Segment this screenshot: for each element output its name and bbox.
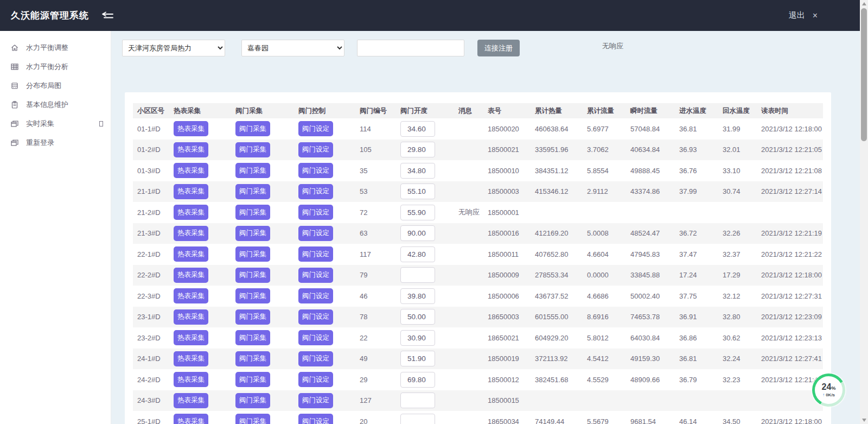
valve-opening-input[interactable] (400, 309, 435, 325)
heat-meter-read-button[interactable]: 热表采集 (174, 288, 208, 303)
valve-opening-input[interactable] (400, 163, 435, 179)
valve-opening-input[interactable] (400, 183, 435, 199)
valve-set-button[interactable]: 阀门设定 (298, 393, 333, 408)
vertical-scrollbar[interactable] (860, 0, 868, 424)
heat-meter-read-button[interactable]: 热表采集 (174, 226, 208, 241)
valve-set-button[interactable]: 阀门设定 (298, 351, 333, 366)
heat-total: 436737.52 (535, 292, 587, 300)
table-row: 01-3#D热表采集阀门采集阀门设定3518500010384351.125.8… (133, 160, 823, 181)
column-header-valve_btn: 阀门采集 (235, 106, 298, 116)
valve-number: 53 (360, 187, 400, 195)
valve-set-button[interactable]: 阀门设定 (298, 268, 333, 283)
valve-collect-button[interactable]: 阀门采集 (235, 288, 270, 303)
valve-set-button[interactable]: 阀门设定 (298, 226, 333, 241)
heat-meter-read-button[interactable]: 热表采集 (174, 309, 208, 325)
valve-opening-input[interactable] (400, 267, 435, 283)
valve-collect-button[interactable]: 阀门采集 (235, 309, 270, 325)
valve-set-button[interactable]: 阀门设定 (298, 372, 333, 387)
station-select[interactable]: 天津河东房管局热力 (122, 40, 225, 56)
sidebar-item-hydraulic-balance-adjust[interactable]: 水力平衡调整 (0, 38, 111, 57)
connect-input[interactable] (357, 40, 464, 56)
valve-set-button[interactable]: 阀门设定 (298, 414, 333, 424)
heat-meter-read-button[interactable]: 热表采集 (174, 330, 208, 345)
valve-collect-button[interactable]: 阀门采集 (235, 246, 270, 262)
read-time: 2021/3/12 12:23:13 (761, 334, 823, 342)
valve-opening-input[interactable] (400, 393, 435, 408)
inlet-temp: 37.75 (679, 292, 723, 300)
sidebar-item-distribution-layout[interactable]: 分布布局图 (0, 76, 111, 95)
valve-number: 127 (360, 396, 400, 404)
sidebar-item-realtime-collect[interactable]: 实时采集 (0, 114, 111, 133)
valve-opening-input[interactable] (400, 246, 435, 262)
column-header-heat_total: 累计热量 (535, 106, 587, 116)
instant-flow: 74653.78 (630, 313, 679, 321)
heat-meter-read-button[interactable]: 热表采集 (174, 372, 208, 387)
valve-number: 105 (360, 145, 400, 154)
sidebar-item-relogin[interactable]: 重新登录 (0, 133, 111, 152)
table-row: 23-1#D热表采集阀门采集阀门设定7818650003601555.008.6… (133, 307, 823, 328)
heat-meter-read-button[interactable]: 热表采集 (174, 121, 208, 136)
valve-collect-button[interactable]: 阀门采集 (235, 205, 270, 220)
valve-opening-input[interactable] (400, 205, 435, 220)
flow-total: 4.5529 (587, 376, 630, 384)
top-header: 久沃能源管理系统 退出 × (0, 0, 860, 31)
heat-meter-read-button[interactable]: 热表采集 (174, 393, 208, 408)
column-header-message: 消息 (458, 106, 488, 116)
valve-collect-button[interactable]: 阀门采集 (235, 393, 270, 408)
region-code: 21-2#D (133, 208, 174, 217)
logout-button[interactable]: 退出 (789, 10, 805, 21)
valve-opening-input[interactable] (400, 142, 435, 157)
upload-arrow-icon: ↑ (822, 393, 825, 397)
valve-opening-input[interactable] (400, 225, 435, 241)
menu-collapse-icon[interactable] (101, 11, 115, 21)
table-body: 01-1#D热表采集阀门采集阀门设定11418500020460638.645.… (125, 118, 831, 424)
valve-opening-input[interactable] (400, 414, 435, 424)
valve-opening-input[interactable] (400, 121, 435, 137)
heat-meter-read-button[interactable]: 热表采集 (174, 184, 208, 199)
heat-meter-read-button[interactable]: 热表采集 (174, 351, 208, 366)
valve-set-button[interactable]: 阀门设定 (298, 288, 333, 303)
valve-set-button[interactable]: 阀门设定 (298, 330, 333, 345)
valve-collect-button[interactable]: 阀门采集 (235, 268, 270, 283)
valve-opening-input[interactable] (400, 351, 435, 366)
sidebar-item-hydraulic-balance-analyze[interactable]: 水力平衡分析 (0, 57, 111, 76)
read-time: 2021/3/12 12:23:09 (761, 313, 823, 321)
valve-collect-button[interactable]: 阀门采集 (235, 163, 270, 178)
valve-collect-button[interactable]: 阀门采集 (235, 372, 270, 387)
community-select[interactable]: 嘉春园 (241, 40, 344, 56)
connect-register-button[interactable]: 连接注册 (477, 40, 520, 56)
valve-opening-input[interactable] (400, 372, 435, 388)
valve-set-button[interactable]: 阀门设定 (298, 142, 333, 157)
valve-collect-button[interactable]: 阀门采集 (235, 184, 270, 199)
valve-collect-button[interactable]: 阀门采集 (235, 121, 270, 136)
heat-meter-read-button[interactable]: 热表采集 (174, 142, 208, 157)
read-time: 2021/3/12 12:18:00 (761, 125, 823, 133)
scrollbar-down-arrow-icon[interactable] (862, 419, 866, 422)
heat-meter-read-button[interactable]: 热表采集 (174, 246, 208, 262)
heat-meter-read-button[interactable]: 热表采集 (174, 268, 208, 283)
valve-set-button[interactable]: 阀门设定 (298, 184, 333, 199)
heat-meter-read-button[interactable]: 热表采集 (174, 163, 208, 178)
network-progress-badge[interactable]: 24% ↑ 0K/s (812, 374, 845, 407)
valve-set-button[interactable]: 阀门设定 (298, 309, 333, 325)
scrollbar-up-arrow-icon[interactable] (862, 2, 866, 5)
heat-meter-read-button[interactable]: 热表采集 (174, 414, 208, 424)
valve-collect-button[interactable]: 阀门采集 (235, 142, 270, 157)
heat-meter-read-button[interactable]: 热表采集 (174, 205, 208, 220)
valve-opening-input[interactable] (400, 288, 435, 304)
valve-opening-input[interactable] (400, 330, 435, 346)
valve-collect-button[interactable]: 阀门采集 (235, 330, 270, 345)
valve-collect-button[interactable]: 阀门采集 (235, 414, 270, 424)
valve-set-button[interactable]: 阀门设定 (298, 163, 333, 178)
valve-set-button[interactable]: 阀门设定 (298, 121, 333, 136)
column-header-inst_flow: 瞬时流量 (630, 106, 679, 116)
valve-collect-button[interactable]: 阀门采集 (235, 226, 270, 241)
sidebar-item-basic-info-maintain[interactable]: 基本信息维护 (0, 95, 111, 114)
close-icon[interactable]: × (813, 11, 818, 21)
meter-number: 18650021 (488, 334, 535, 342)
region-code: 25-1#D (133, 417, 174, 424)
valve-set-button[interactable]: 阀门设定 (298, 246, 333, 262)
valve-set-button[interactable]: 阀门设定 (298, 205, 333, 220)
valve-collect-button[interactable]: 阀门采集 (235, 351, 270, 366)
scrollbar-thumb[interactable] (861, 8, 867, 141)
